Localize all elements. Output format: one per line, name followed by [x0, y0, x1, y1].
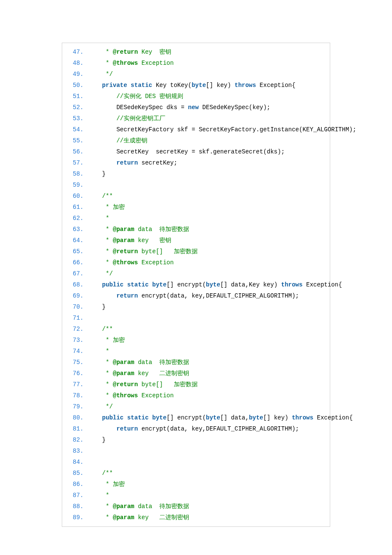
code-line: 74. * [62, 346, 330, 357]
line-content: * @return byte[] 加密数据 [88, 246, 198, 257]
line-content: */ [88, 401, 113, 412]
line-content: * @throws Exception [88, 257, 174, 268]
code-line: 81. return encrypt(data, key,DEFAULT_CIP… [62, 423, 330, 434]
code-line: 51. //实例化 DES 密钥规则 [62, 91, 330, 102]
line-content: * 加密 [88, 202, 125, 213]
line-content: //生成密钥 [88, 135, 147, 146]
code-line: 54. SecretKeyFactory skf = SecretKeyFact… [62, 124, 330, 135]
line-number: 73. [62, 335, 88, 346]
line-number: 64. [62, 235, 88, 246]
line-number: 83. [62, 445, 88, 457]
line-number: 50. [62, 80, 88, 91]
line-content [88, 179, 109, 191]
line-number: 82. [62, 434, 88, 445]
line-number: 87. [62, 490, 88, 501]
line-number: 80. [62, 412, 88, 423]
line-content: * @param data 待加密数据 [88, 224, 189, 235]
code-line: 64. * @param key 密钥 [62, 235, 330, 246]
code-line: 52. DESedeKeySpec dks = new DESedeKeySpe… [62, 102, 330, 113]
line-content: */ [88, 268, 113, 279]
line-content: * @return byte[] 加密数据 [88, 379, 198, 390]
line-number: 89. [62, 512, 88, 523]
code-line: 85. /** [62, 468, 330, 479]
line-number: 68. [62, 279, 88, 290]
code-line: 84. [62, 457, 330, 468]
line-content: SecretKeyFactory skf = SecretKeyFactory.… [88, 124, 363, 135]
code-line: 88. * @param data 待加密数据 [62, 501, 330, 512]
line-number: 60. [62, 191, 88, 202]
line-number: 77. [62, 379, 88, 390]
line-number: 84. [62, 457, 88, 468]
line-number: 86. [62, 479, 88, 490]
line-number: 52. [62, 102, 88, 113]
line-content: return secretKey; [88, 157, 184, 168]
line-content: DESedeKeySpec dks = new DESedeKeySpec(ke… [88, 102, 277, 113]
line-content [88, 457, 109, 468]
line-number: 59. [62, 179, 88, 191]
line-number: 85. [62, 468, 88, 479]
line-number: 78. [62, 390, 88, 401]
line-content: //实例化密钥工厂 [88, 113, 165, 124]
code-line: 68. public static byte[] encrypt(byte[] … [62, 279, 330, 290]
line-content: //实例化 DES 密钥规则 [88, 91, 183, 102]
line-number: 49. [62, 69, 88, 80]
line-content: * @param data 待加密数据 [88, 501, 189, 512]
line-content: * @throws Exception [88, 58, 174, 69]
line-content: */ [88, 69, 113, 80]
line-content [88, 445, 109, 457]
code-line: 59. [62, 179, 330, 191]
code-line: 66. * @throws Exception [62, 257, 330, 268]
line-content: } [88, 434, 113, 445]
line-number: 69. [62, 290, 88, 301]
line-number: 67. [62, 268, 88, 279]
code-line: 55. //生成密钥 [62, 135, 330, 146]
line-content: * @return Key 密钥 [88, 46, 171, 58]
line-content: * @param data 待加密数据 [88, 357, 189, 368]
line-content: return encrypt(data, key,DEFAULT_CIPHER_… [88, 423, 306, 434]
code-line: 58. } [62, 168, 330, 179]
line-number: 65. [62, 246, 88, 257]
line-number: 61. [62, 202, 88, 213]
code-line: 77. * @return byte[] 加密数据 [62, 379, 330, 390]
code-line: 87. * [62, 490, 330, 501]
line-content: * 加密 [88, 479, 125, 490]
line-number: 88. [62, 501, 88, 512]
line-number: 54. [62, 124, 88, 135]
line-number: 63. [62, 224, 88, 235]
line-number: 51. [62, 91, 88, 102]
line-content: * @throws Exception [88, 390, 174, 401]
code-line: 75. * @param data 待加密数据 [62, 357, 330, 368]
line-content: /** [88, 468, 113, 479]
line-number: 55. [62, 135, 88, 146]
code-line: 62. * [62, 213, 330, 224]
line-number: 47. [62, 46, 88, 58]
line-content [88, 312, 109, 324]
code-line: 89. * @param key 二进制密钥 [62, 512, 330, 523]
code-line: 86. * 加密 [62, 479, 330, 490]
line-content: return encrypt(data, key,DEFAULT_CIPHER_… [88, 290, 306, 301]
line-number: 66. [62, 257, 88, 268]
code-line: 73. * 加密 [62, 335, 330, 346]
code-line: 79. */ [62, 401, 330, 412]
line-number: 79. [62, 401, 88, 412]
line-number: 81. [62, 423, 88, 434]
code-line: 63. * @param data 待加密数据 [62, 224, 330, 235]
code-line: 47. * @return Key 密钥 [62, 46, 330, 58]
line-number: 72. [62, 324, 88, 335]
line-number: 53. [62, 113, 88, 124]
line-number: 71. [62, 312, 88, 324]
line-content: * [88, 490, 113, 501]
line-number: 58. [62, 168, 88, 179]
line-content: } [88, 301, 113, 312]
code-line: 71. [62, 312, 330, 324]
line-number: 76. [62, 368, 88, 379]
line-content: private static Key toKey(byte[] key) thr… [88, 80, 303, 91]
line-content: SecretKey secretKey = skf.generateSecret… [88, 146, 292, 157]
code-line: 60. /** [62, 191, 330, 202]
line-number: 75. [62, 357, 88, 368]
code-line: 82. } [62, 434, 330, 445]
code-line: 50. private static Key toKey(byte[] key)… [62, 80, 330, 91]
line-number: 56. [62, 146, 88, 157]
line-number: 74. [62, 346, 88, 357]
code-line: 57. return secretKey; [62, 157, 330, 168]
